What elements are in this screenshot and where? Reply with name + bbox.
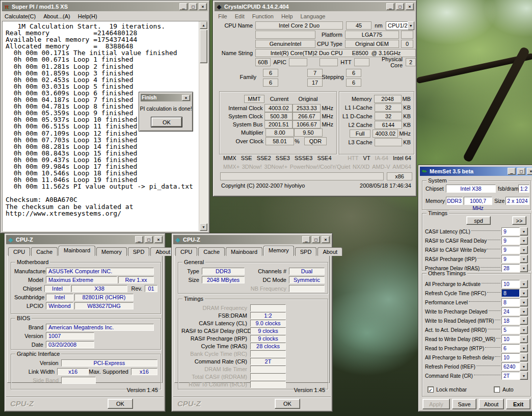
dropdown-button[interactable]: [520, 353, 528, 361]
timing-label: Total CAS# (tRDRAM): [181, 374, 250, 380]
maximize-button[interactable]: □: [189, 3, 197, 10]
dropdown-button[interactable]: [520, 227, 528, 236]
timing-row: Total CAS# (tRDRAM): [181, 373, 325, 380]
cache-unit: KB: [403, 139, 411, 145]
tab[interactable]: CPU: [175, 247, 197, 256]
cpuz-titlebar[interactable]: ◆ CPU-Z _ □ ×: [6, 235, 164, 244]
menu-item[interactable]: File: [218, 13, 227, 19]
timing-value-field[interactable]: 18: [501, 317, 520, 325]
minimize-button[interactable]: _: [386, 3, 394, 10]
tab[interactable]: Memory: [263, 246, 294, 256]
close-button[interactable]: ×: [154, 236, 163, 243]
finish-titlebar[interactable]: Finish ×: [141, 94, 191, 101]
crystalcpuid-titlebar[interactable]: ◆ CrystalCPUID 4.14.2.404 _ □ ×: [215, 2, 415, 11]
chevron-down-icon[interactable]: ▼: [408, 21, 414, 30]
maximize-button[interactable]: □: [396, 3, 404, 10]
dropdown-button[interactable]: [520, 344, 528, 352]
menu-item[interactable]: Help: [281, 13, 293, 19]
timing-value-field[interactable]: 5: [501, 326, 520, 334]
dropdown-button[interactable]: [520, 335, 528, 343]
maximize-button[interactable]: □: [312, 236, 320, 243]
timing-value-field[interactable]: 8: [501, 298, 520, 306]
timing-value-field[interactable]: 10: [501, 353, 520, 361]
superpi-titlebar[interactable]: π Super PI / mod1.5 XS _ □ ×: [2, 2, 208, 11]
timing-value-field[interactable]: 24: [501, 307, 520, 316]
scrollbar-thumb[interactable]: [200, 30, 207, 63]
checkbox-checked[interactable]: [428, 386, 434, 393]
about-button[interactable]: About: [478, 399, 504, 409]
dropdown-button[interactable]: [520, 237, 528, 245]
cpuz-titlebar[interactable]: ◆ CPU-Z _ □ ×: [173, 235, 331, 244]
apply-button[interactable]: Apply: [422, 399, 450, 409]
stepping-ext-value: 6: [346, 79, 361, 87]
scroll-down-icon[interactable]: ▼: [200, 223, 207, 231]
dropdown-button[interactable]: [520, 289, 528, 297]
dropdown-button[interactable]: [520, 307, 528, 316]
menu-item[interactable]: About...(A): [43, 13, 70, 19]
maximize-button[interactable]: □: [517, 168, 525, 175]
menu-item[interactable]: Calculate(C): [5, 13, 36, 19]
exit-button[interactable]: Exit: [506, 399, 530, 409]
tab[interactable]: Memory: [96, 247, 127, 256]
dropdown-button[interactable]: [520, 280, 528, 288]
minimize-button[interactable]: _: [179, 3, 188, 10]
save-button[interactable]: Save: [452, 399, 476, 409]
spd-button[interactable]: spd: [466, 216, 491, 225]
superpi-output-line: 0h 00m 03.031s Loop 5 finished: [6, 83, 196, 90]
close-button[interactable]: ×: [322, 236, 330, 243]
timing-value-field[interactable]: 10: [501, 280, 520, 288]
timing-row: Write to Precharge Delayed 24: [425, 307, 528, 316]
scroll-up-icon[interactable]: ▲: [200, 21, 207, 29]
dropdown-button[interactable]: [520, 298, 528, 306]
tab[interactable]: About: [317, 247, 342, 256]
timing-value: [250, 366, 286, 373]
dropdown-button[interactable]: [520, 264, 528, 272]
tab[interactable]: SPD: [295, 247, 317, 256]
checkbox-unchecked[interactable]: [494, 386, 500, 393]
close-button[interactable]: ×: [527, 168, 532, 175]
dropdown-button[interactable]: [520, 317, 528, 325]
close-button[interactable]: ×: [406, 3, 414, 10]
auto-option[interactable]: Auto: [494, 386, 514, 393]
lock-mchbar-option[interactable]: Lock mchbar: [428, 386, 467, 393]
timing-value-field[interactable]: 6: [501, 344, 520, 352]
minimize-button[interactable]: _: [302, 236, 310, 243]
dropdown-button[interactable]: [520, 372, 528, 380]
cpu-select-dropdown[interactable]: CPU1/2 ▼: [386, 21, 414, 30]
minimize-button[interactable]: _: [135, 236, 143, 243]
timing-value-field[interactable]: 9: [501, 255, 520, 263]
tab[interactable]: Mainboard: [59, 246, 95, 256]
menu-item[interactable]: Help(H): [78, 13, 97, 19]
timing-value-field[interactable]: 9: [501, 237, 520, 245]
ok-button[interactable]: OK: [151, 117, 182, 127]
timing-value-field[interactable]: 8: [501, 289, 520, 297]
close-button[interactable]: ×: [182, 95, 190, 101]
dropdown-button[interactable]: [520, 255, 528, 263]
tab[interactable]: Cache: [31, 247, 58, 256]
minimize-button[interactable]: _: [508, 168, 516, 175]
timing-value-field[interactable]: 9: [501, 227, 520, 236]
timing-value-field[interactable]: 9: [501, 246, 520, 254]
close-button[interactable]: ×: [199, 3, 207, 10]
dropdown-button[interactable]: [520, 362, 528, 371]
menu-item[interactable]: Language: [301, 13, 326, 19]
tab[interactable]: Mainboard: [226, 247, 262, 256]
memset-titlebar[interactable]: ✎ MemSet 3.5 beta _ □ ×: [420, 167, 532, 176]
timing-value-field[interactable]: 6240: [501, 362, 520, 371]
dropdown-button[interactable]: [520, 246, 528, 254]
tab[interactable]: SPD: [128, 247, 150, 256]
timing-value-field[interactable]: 10: [501, 335, 520, 343]
menu-item[interactable]: Function: [252, 13, 274, 19]
mmt-button[interactable]: MMT: [244, 95, 264, 103]
scrollbar[interactable]: ▲ ▼: [199, 21, 207, 231]
ok-button[interactable]: OK: [108, 399, 133, 409]
ok-button[interactable]: OK: [275, 399, 300, 409]
dropdown-button[interactable]: [520, 326, 528, 334]
timing-value-field[interactable]: 28: [501, 264, 520, 272]
menu-item[interactable]: Edit: [235, 13, 245, 19]
expand-button[interactable]: >>: [512, 216, 526, 225]
tab[interactable]: CPU: [8, 247, 30, 256]
timing-value-field[interactable]: 2T: [501, 372, 520, 380]
maximize-button[interactable]: □: [145, 236, 153, 243]
tab[interactable]: Cache: [198, 247, 225, 256]
